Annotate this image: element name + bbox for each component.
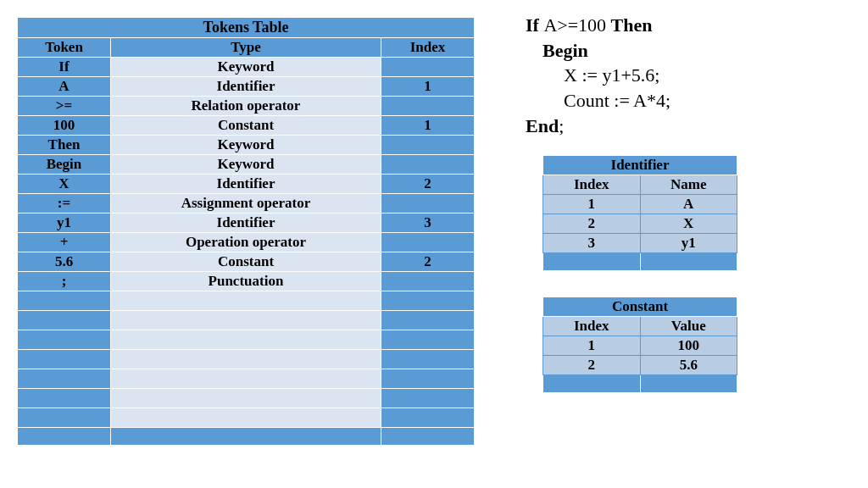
table-row: ThenKeyword: [18, 136, 475, 155]
tokens-table: Tokens Table Token Type Index IfKeywordA…: [17, 17, 475, 446]
ident-name: y1: [640, 234, 737, 253]
tokens-header-index: Index: [381, 38, 474, 58]
type-cell: Constant: [111, 116, 381, 136]
index-cell: [381, 58, 474, 77]
const-value: 100: [640, 336, 737, 356]
index-cell: 1: [381, 116, 474, 136]
tokens-header-type: Type: [111, 38, 381, 58]
table-row: BeginKeyword: [18, 155, 475, 175]
index-cell: [381, 97, 474, 116]
table-row: 1100: [543, 336, 737, 356]
code-kw-then: Then: [611, 14, 653, 36]
token-cell: :=: [18, 194, 111, 214]
token-cell: Then: [18, 136, 111, 155]
const-index: 1: [543, 336, 641, 356]
type-cell: Keyword: [111, 155, 381, 175]
table-row: >=Relation operator: [18, 97, 475, 116]
index-cell: [381, 136, 474, 155]
token-cell: ;: [18, 272, 111, 291]
token-cell: 5.6: [18, 252, 111, 272]
index-cell: [381, 233, 474, 252]
index-cell: 1: [381, 77, 474, 97]
token-cell: +: [18, 233, 111, 252]
table-row: ;Punctuation: [18, 272, 475, 291]
table-row: y1Identifier3: [18, 214, 475, 233]
identifier-table-title: Identifier: [543, 156, 737, 175]
type-cell: Constant: [111, 252, 381, 272]
table-row: 3y1: [543, 234, 737, 253]
table-row: 5.6Constant2: [18, 252, 475, 272]
index-cell: [381, 155, 474, 175]
code-kw-end: End: [526, 115, 559, 136]
identifier-header-index: Index: [543, 175, 641, 195]
type-cell: Identifier: [111, 77, 381, 97]
ident-name: X: [640, 214, 737, 234]
type-cell: Identifier: [111, 214, 381, 233]
identifier-header-name: Name: [640, 175, 737, 195]
token-cell: X: [18, 175, 111, 194]
code-semicolon: ;: [559, 115, 564, 136]
type-cell: Keyword: [111, 136, 381, 155]
type-cell: Punctuation: [111, 272, 381, 291]
type-cell: Assignment operator: [111, 194, 381, 214]
ident-index: 3: [543, 234, 641, 253]
token-cell: A: [18, 77, 111, 97]
ident-index: 2: [543, 214, 641, 234]
constant-table-title: Constant: [543, 297, 737, 317]
identifier-table: Identifier Index Name 1A2X3y1: [542, 155, 737, 271]
table-row: AIdentifier1: [18, 77, 475, 97]
token-cell: If: [18, 58, 111, 77]
index-cell: 2: [381, 252, 474, 272]
type-cell: Operation operator: [111, 233, 381, 252]
table-row-empty: [18, 330, 475, 350]
code-stmt-2: Count := A*4;: [526, 88, 670, 114]
token-cell: >=: [18, 97, 111, 116]
table-row: 2X: [543, 214, 737, 234]
index-cell: 2: [381, 175, 474, 194]
source-code: If A>=100 Then Begin X := y1+5.6; Count …: [526, 13, 822, 138]
table-row: 100Constant1: [18, 116, 475, 136]
table-row-empty: [18, 389, 475, 408]
code-kw-if: If: [526, 14, 543, 36]
ident-name: A: [640, 195, 737, 214]
index-cell: [381, 194, 474, 214]
tokens-table-title: Tokens Table: [18, 18, 475, 38]
table-row: IfKeyword: [18, 58, 475, 77]
table-row-empty: [18, 311, 475, 330]
table-row: 25.6: [543, 356, 737, 375]
token-cell: y1: [18, 214, 111, 233]
constant-table: Constant Index Value 110025.6: [542, 297, 737, 393]
constant-header-index: Index: [543, 317, 641, 336]
const-index: 2: [543, 356, 641, 375]
index-cell: 3: [381, 214, 474, 233]
token-cell: Begin: [18, 155, 111, 175]
code-expr: A>=100: [543, 14, 610, 36]
code-kw-begin: Begin: [526, 38, 588, 64]
table-row-empty: [18, 291, 475, 311]
table-row: XIdentifier2: [18, 175, 475, 194]
table-row: 1A: [543, 195, 737, 214]
table-row-empty: [18, 350, 475, 369]
type-cell: Relation operator: [111, 97, 381, 116]
type-cell: Identifier: [111, 175, 381, 194]
token-cell: 100: [18, 116, 111, 136]
table-row-empty: [18, 369, 475, 389]
index-cell: [381, 272, 474, 291]
code-stmt-1: X := y1+5.6;: [526, 63, 659, 88]
ident-index: 1: [543, 195, 641, 214]
const-value: 5.6: [640, 356, 737, 375]
table-row: +Operation operator: [18, 233, 475, 252]
table-row-empty: [18, 408, 475, 428]
type-cell: Keyword: [111, 58, 381, 77]
table-row: :=Assignment operator: [18, 194, 475, 214]
tokens-header-token: Token: [18, 38, 111, 58]
constant-header-value: Value: [640, 317, 737, 336]
